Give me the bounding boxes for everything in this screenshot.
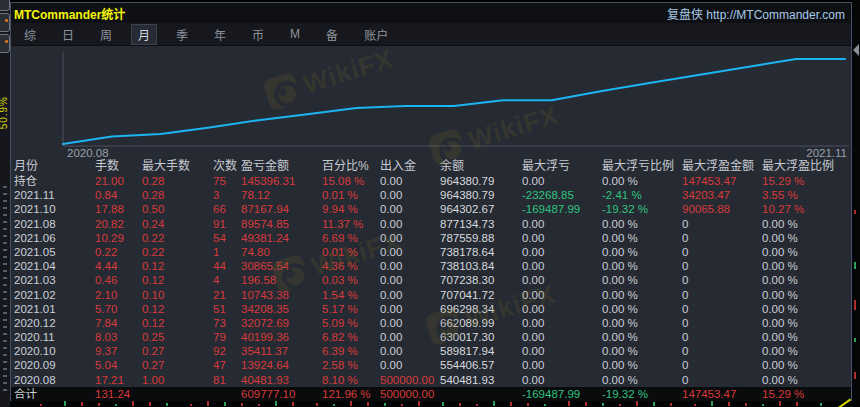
- background-candle: [602, 403, 604, 406]
- table-row-2021.01[interactable]: 2021.015.700.125134208.355.17 %0.0069629…: [11, 302, 851, 316]
- column-header-1: 手数: [95, 158, 142, 174]
- table-row-2021.02[interactable]: 2021.022.100.102110743.381.54 %0.0070704…: [11, 288, 851, 302]
- cell: 0: [682, 245, 762, 259]
- column-header-2: 最大手数: [142, 158, 213, 174]
- menu-item-2[interactable]: 周: [87, 24, 125, 45]
- table-row-持仓[interactable]: 持仓21.000.2875145396.3115.08 %0.00964380.…: [11, 174, 851, 188]
- cell: 500000.00: [380, 373, 440, 387]
- background-scroll-arrow: [853, 44, 859, 56]
- cell: 0: [682, 273, 762, 287]
- cell: 0.00: [522, 302, 602, 316]
- menu-item-8[interactable]: 备: [313, 24, 351, 45]
- table-row-2020.08[interactable]: 2020.0817.211.008140481.938.10 %500000.0…: [11, 373, 851, 387]
- cell: 4.44: [95, 259, 142, 273]
- background-candle: [401, 404, 403, 406]
- column-header-5: 百分比%: [322, 158, 380, 174]
- background-candle: [762, 404, 764, 406]
- cell: 1: [213, 245, 241, 259]
- menu-item-6[interactable]: 币: [239, 24, 277, 45]
- table-row-2020.12[interactable]: 2020.127.840.127332072.695.09 %0.0066208…: [11, 316, 851, 330]
- window-title: MTCommander统计: [14, 5, 125, 22]
- cell: 0: [682, 217, 762, 231]
- background-candle: [115, 404, 117, 406]
- cell: 0.00 %: [602, 273, 682, 287]
- cell: 0.00 %: [762, 358, 851, 372]
- background-candle: [98, 403, 100, 406]
- cell: 5.04: [95, 358, 142, 372]
- cell: 0: [682, 231, 762, 245]
- cell: 15.29 %: [762, 387, 851, 402]
- background-candle: [820, 403, 822, 406]
- cell: 0.12: [142, 316, 213, 330]
- menu-item-5[interactable]: 年: [201, 24, 239, 45]
- menu-item-9[interactable]: 账户: [351, 24, 401, 45]
- menu-item-4[interactable]: 季: [163, 24, 201, 45]
- background-candle: [333, 404, 335, 406]
- cell: 787559.88: [440, 231, 522, 245]
- cell: 0.00 %: [762, 288, 851, 302]
- menu-item-3[interactable]: 月: [131, 24, 157, 45]
- column-header-4: 盈亏金额: [241, 158, 322, 174]
- table-row-2020.11[interactable]: 2020.118.030.257940199.366.82 %0.0063001…: [11, 330, 851, 344]
- background-candle: [190, 404, 192, 406]
- cell: 738178.64: [440, 245, 522, 259]
- cell: 0: [682, 259, 762, 273]
- cell: 2021.01: [14, 302, 95, 316]
- cell: 2021.03: [14, 273, 95, 287]
- background-toolbar-dot: [5, 40, 8, 43]
- brand-link[interactable]: 复盘侠 http://MTCommander.com: [667, 5, 845, 22]
- table-row-2021.08[interactable]: 2021.0820.820.249189574.8511.37 %0.00877…: [11, 217, 851, 231]
- background-price-label: 50.9%: [0, 96, 9, 129]
- cell: 44: [213, 259, 241, 273]
- table-total-row[interactable]: 合计131.24609777.10121.96 %500000.00-16948…: [11, 387, 851, 402]
- cell: 5.70: [95, 302, 142, 316]
- background-candle: [711, 401, 713, 406]
- cell: 13924.64: [241, 358, 322, 372]
- column-header-0: 月份: [14, 158, 95, 174]
- background-candle: [544, 404, 546, 406]
- column-header-8: 最大浮亏: [522, 158, 602, 174]
- column-header-10: 最大浮盈金额: [682, 158, 762, 174]
- cell: 738103.84: [440, 259, 522, 273]
- cell: 0.00 %: [602, 288, 682, 302]
- cell: 35411.37: [241, 344, 322, 358]
- cell: 0.00 %: [762, 344, 851, 358]
- table-row-2021.05[interactable]: 2021.050.220.22174.800.01 %0.00738178.64…: [11, 245, 851, 259]
- cell: -169487.99: [522, 387, 602, 402]
- cell: 540481.93: [440, 373, 522, 387]
- cell: 11.37 %: [322, 217, 380, 231]
- menu-item-0[interactable]: 综: [11, 24, 49, 45]
- cell: 0.46: [95, 273, 142, 287]
- cell: 87167.94: [241, 202, 322, 216]
- table-row-2021.06[interactable]: 2021.0610.290.225449381.246.69 %0.007875…: [11, 231, 851, 245]
- cell: 90065.88: [682, 202, 762, 216]
- cell: -19.32 %: [602, 202, 682, 216]
- table-row-2021.04[interactable]: 2021.044.440.124430865.544.36 %0.0073810…: [11, 259, 851, 273]
- cell: 4: [213, 273, 241, 287]
- menu-item-1[interactable]: 日: [49, 24, 87, 45]
- menu-item-7[interactable]: M: [277, 25, 313, 43]
- column-header-7: 余额: [440, 158, 522, 174]
- table-row-2021.03[interactable]: 2021.030.460.124196.580.03 %0.00707238.3…: [11, 273, 851, 287]
- table-row-2021.10[interactable]: 2021.1017.880.506687167.949.94 %0.009643…: [11, 202, 851, 216]
- cell: 0: [682, 330, 762, 344]
- cell: 74.80: [241, 245, 322, 259]
- cell: 2021.02: [14, 288, 95, 302]
- cell: 696298.34: [440, 302, 522, 316]
- background-candle: [350, 401, 352, 406]
- table-row-2020.09[interactable]: 2020.095.040.274713924.642.58 %0.0055440…: [11, 358, 851, 372]
- background-candle: [670, 403, 672, 406]
- cell: 10.27 %: [762, 202, 851, 216]
- table-row-2021.11[interactable]: 2021.110.840.28378.120.01 %0.00964380.79…: [11, 188, 851, 202]
- cell: 0: [682, 373, 762, 387]
- column-header-6: 出入金: [380, 158, 440, 174]
- cell: 92: [213, 344, 241, 358]
- background-candle: [207, 401, 209, 406]
- table-row-2020.10[interactable]: 2020.109.370.279235411.376.39 %0.0058981…: [11, 344, 851, 358]
- cell: 0.00 %: [602, 344, 682, 358]
- background-candle: [292, 402, 294, 406]
- cell: 0.00: [380, 259, 440, 273]
- cell: -23268.85: [522, 188, 602, 202]
- cell: 0.01 %: [322, 188, 380, 202]
- cell: 0.00: [380, 358, 440, 372]
